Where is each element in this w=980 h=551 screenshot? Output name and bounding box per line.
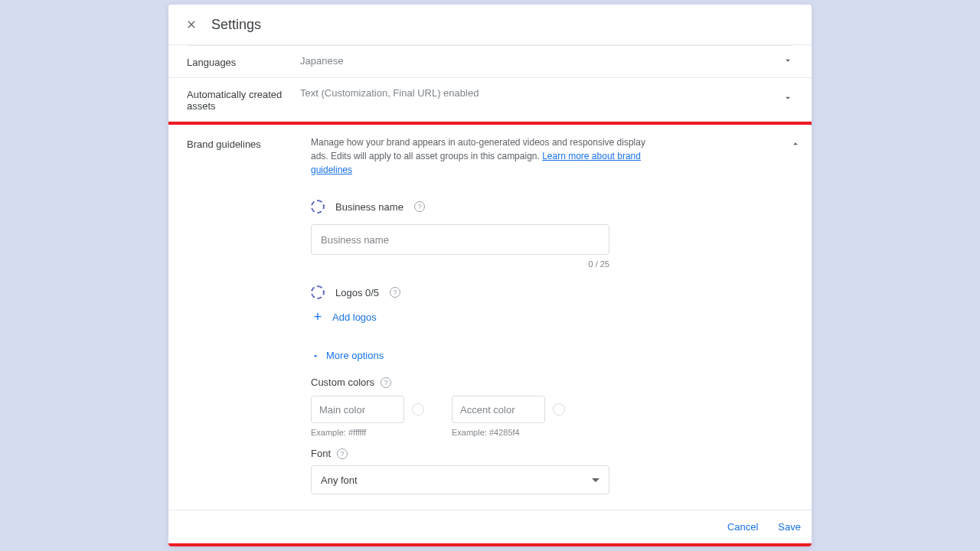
add-logos-label: Add logos: [332, 311, 377, 323]
highlighted-section: Brand guidelines Manage how your brand a…: [168, 122, 812, 546]
footer-actions: Cancel Save: [168, 510, 812, 543]
chevron-up-icon: [311, 351, 320, 360]
help-icon[interactable]: ?: [414, 201, 425, 212]
logos-label: Logos 0/5: [335, 287, 379, 298]
languages-value: Japanese: [300, 55, 793, 67]
brand-guidelines-desc: Manage how your brand appears in auto-ge…: [311, 135, 648, 177]
main-color-example: Example: #ffffff: [311, 428, 424, 437]
brand-guidelines-label: Brand guidelines: [187, 135, 311, 150]
caret-down-icon: [592, 478, 599, 482]
brand-guidelines-content: Business name ? 0 / 25 Logos 0/5 ? + Add…: [168, 186, 812, 510]
more-options-toggle[interactable]: More options: [311, 350, 793, 361]
add-logos-button[interactable]: + Add logos: [311, 310, 793, 324]
languages-section[interactable]: Languages Japanese: [168, 46, 812, 78]
font-value: Any font: [321, 474, 358, 486]
font-select[interactable]: Any font: [311, 465, 609, 494]
status-circle-icon: [311, 285, 325, 299]
business-name-input[interactable]: [311, 224, 609, 255]
chevron-up-icon[interactable]: [790, 139, 801, 152]
brand-guidelines-header: Brand guidelines Manage how your brand a…: [168, 125, 812, 186]
close-icon: [185, 18, 198, 31]
cancel-button[interactable]: Cancel: [727, 521, 758, 533]
auto-assets-value: Text (Customization, Final URL) enabled: [300, 87, 793, 99]
status-circle-icon: [311, 200, 325, 214]
business-name-label: Business name: [335, 201, 403, 213]
languages-label: Languages: [187, 55, 300, 68]
chevron-down-icon[interactable]: [782, 93, 793, 106]
window-header: Settings: [168, 5, 812, 45]
help-icon[interactable]: ?: [390, 287, 400, 298]
accent-color-example: Example: #4285f4: [452, 428, 565, 437]
more-options-label: More options: [326, 350, 384, 361]
font-label: Font ?: [311, 448, 793, 459]
custom-colors-label: Custom colors ?: [311, 377, 793, 388]
chevron-down-icon[interactable]: [782, 55, 793, 69]
accent-color-input[interactable]: [452, 396, 545, 423]
logos-header: Logos 0/5 ?: [311, 285, 793, 299]
page-title: Settings: [211, 17, 261, 33]
save-button[interactable]: Save: [778, 521, 801, 533]
main-color-input[interactable]: [311, 396, 404, 423]
char-counter: 0 / 25: [311, 259, 609, 269]
settings-window: Settings Languages Japanese Automaticall…: [168, 5, 812, 546]
close-button[interactable]: [182, 15, 201, 34]
plus-icon: +: [311, 310, 325, 324]
auto-assets-section[interactable]: Automatically created assets Text (Custo…: [168, 78, 812, 122]
main-color-swatch[interactable]: [412, 403, 424, 416]
business-name-header: Business name ?: [311, 200, 793, 214]
help-icon[interactable]: ?: [337, 448, 348, 459]
accent-color-swatch[interactable]: [553, 403, 565, 416]
auto-assets-label: Automatically created assets: [187, 87, 300, 112]
help-icon[interactable]: ?: [381, 377, 391, 388]
